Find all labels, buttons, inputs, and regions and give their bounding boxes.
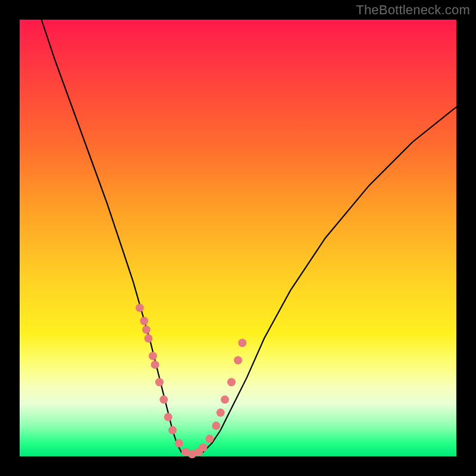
marker-dots [136, 303, 246, 458]
marker-dot [238, 339, 246, 347]
marker-dot [151, 361, 159, 369]
marker-dot [145, 334, 153, 343]
marker-dot [217, 409, 225, 417]
marker-dot [142, 325, 151, 334]
marker-dot [175, 439, 183, 447]
marker-dot [199, 443, 207, 452]
marker-dot [221, 396, 229, 404]
watermark-text: TheBottleneck.com [356, 2, 470, 18]
chart-frame: TheBottleneck.com [0, 0, 476, 476]
marker-dot [227, 378, 236, 386]
marker-dot [155, 378, 164, 386]
marker-dot [136, 303, 144, 312]
marker-dot [205, 435, 214, 443]
curve-svg [20, 20, 456, 456]
marker-dot [159, 396, 168, 404]
marker-dot [149, 352, 157, 360]
marker-dot [234, 356, 242, 365]
marker-dot [212, 422, 220, 430]
bottleneck-curve [42, 20, 456, 454]
marker-dot [140, 317, 148, 325]
plot-area [20, 20, 456, 456]
marker-dot [168, 426, 177, 434]
marker-dot [164, 413, 173, 421]
